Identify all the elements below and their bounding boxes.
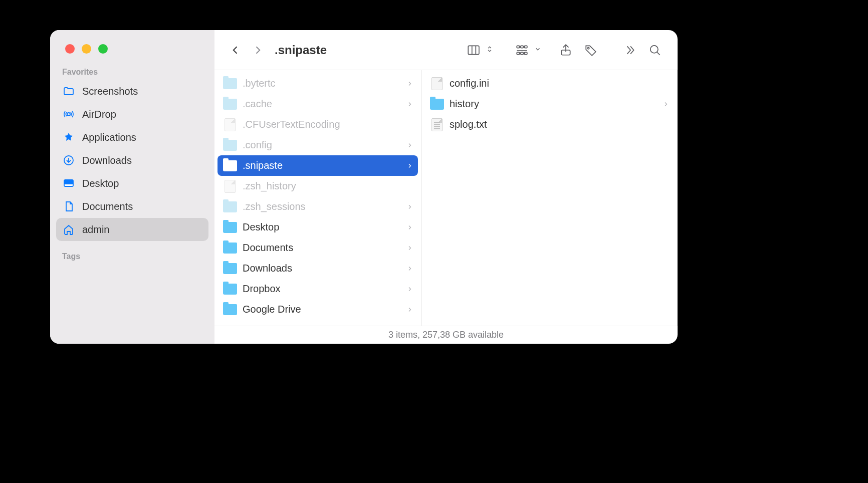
sidebar-item-airdrop[interactable]: AirDrop <box>56 103 208 126</box>
sidebar-item-admin[interactable]: admin <box>56 218 208 241</box>
file-row[interactable]: Dropbox <box>218 279 418 299</box>
fullscreen-window-button[interactable] <box>98 44 108 54</box>
sidebar-item-label: AirDrop <box>82 109 116 120</box>
download-circle-icon <box>62 154 75 167</box>
file-name: .zsh_sessions <box>243 201 407 212</box>
file-name: Downloads <box>243 263 407 274</box>
chevron-right-icon <box>663 98 669 110</box>
chevron-right-icon <box>407 304 413 315</box>
sidebar: Favorites ScreenshotsAirDropApplications… <box>50 30 214 344</box>
svg-point-16 <box>588 47 589 49</box>
tags-button[interactable] <box>580 40 601 60</box>
file-name: config.ini <box>450 78 669 89</box>
chevron-right-icon <box>407 242 413 254</box>
svg-rect-13 <box>521 52 523 54</box>
file-row[interactable]: history <box>424 94 674 114</box>
finder-window: Favorites ScreenshotsAirDropApplications… <box>50 30 678 344</box>
sidebar-item-label: Applications <box>82 132 136 143</box>
text-file-icon <box>429 118 445 131</box>
sidebar-item-label: Desktop <box>82 178 119 189</box>
file-row[interactable]: .cache <box>218 94 418 114</box>
folder-icon <box>223 221 238 234</box>
folder-icon <box>223 77 238 90</box>
file-name: Google Drive <box>243 304 407 315</box>
tags-label: Tags <box>50 247 214 264</box>
file-row[interactable]: Google Drive <box>218 299 418 320</box>
minimize-window-button[interactable] <box>82 44 91 54</box>
svg-rect-12 <box>517 52 519 54</box>
file-row[interactable]: .CFUserTextEncoding <box>218 114 418 135</box>
file-name: .snipaste <box>243 160 407 171</box>
folder-title: .snipaste <box>275 43 327 57</box>
folder-icon <box>223 200 238 213</box>
columns-view-icon <box>463 40 484 60</box>
folder-icon <box>223 242 238 255</box>
file-row[interactable]: config.ini <box>424 73 674 94</box>
file-name: .cache <box>243 98 407 110</box>
svg-rect-5 <box>468 46 479 54</box>
svg-line-18 <box>657 52 660 55</box>
file-name: .zsh_history <box>243 180 413 192</box>
chevron-right-icon <box>407 201 413 212</box>
folder-icon <box>223 303 238 316</box>
svg-point-17 <box>650 45 658 53</box>
chevron-right-icon <box>407 221 413 233</box>
svg-rect-10 <box>524 46 527 48</box>
folder-icon <box>223 98 238 111</box>
share-button[interactable] <box>555 40 576 60</box>
sidebar-item-applications[interactable]: Applications <box>56 126 208 149</box>
svg-point-0 <box>67 113 70 116</box>
search-button[interactable] <box>644 40 666 60</box>
column-1[interactable]: .bytertc.cache.CFUserTextEncoding.config… <box>214 70 421 326</box>
sidebar-item-desktop[interactable]: Desktop <box>56 172 208 195</box>
folder-icon <box>223 139 238 152</box>
back-button[interactable] <box>227 41 245 59</box>
chevron-right-icon <box>407 139 413 151</box>
file-name: splog.txt <box>450 119 669 130</box>
updown-icon <box>486 46 493 55</box>
column-2[interactable]: config.inihistorysplog.txt <box>421 70 678 326</box>
traffic-lights <box>50 30 214 63</box>
toolbar: .snipaste <box>214 30 678 70</box>
main-area: .snipaste <box>214 30 678 344</box>
file-row[interactable]: .config <box>218 135 418 155</box>
sidebar-item-downloads[interactable]: Downloads <box>56 149 208 172</box>
folder-icon <box>223 159 238 172</box>
home-icon <box>62 223 75 236</box>
group-by-button[interactable] <box>511 40 541 60</box>
folder-icon <box>223 262 238 275</box>
file-name: Desktop <box>243 221 407 233</box>
folder-icon <box>429 98 445 111</box>
file-row[interactable]: .zsh_history <box>218 176 418 196</box>
file-name: .config <box>243 139 407 151</box>
chevron-down-icon <box>534 46 541 55</box>
sidebar-item-screenshots[interactable]: Screenshots <box>56 80 208 103</box>
favorites-label: Favorites <box>50 63 214 80</box>
file-row[interactable]: splog.txt <box>424 114 674 135</box>
more-button[interactable] <box>619 40 640 60</box>
file-icon <box>429 77 445 90</box>
close-window-button[interactable] <box>65 44 75 54</box>
group-icon <box>511 40 532 60</box>
file-name: Documents <box>243 242 407 254</box>
file-name: .bytertc <box>243 78 407 89</box>
file-row[interactable]: Desktop <box>218 217 418 237</box>
file-row[interactable]: Documents <box>218 237 418 258</box>
file-row[interactable]: .bytertc <box>218 73 418 94</box>
airdrop-icon <box>62 108 75 121</box>
sidebar-item-label: Screenshots <box>82 86 138 97</box>
chevron-right-icon <box>407 98 413 110</box>
svg-rect-8 <box>517 46 519 48</box>
file-name: .CFUserTextEncoding <box>243 119 413 130</box>
chevron-right-icon <box>407 263 413 274</box>
file-row[interactable]: .zsh_sessions <box>218 196 418 217</box>
sidebar-item-documents[interactable]: Documents <box>56 195 208 218</box>
view-switcher[interactable] <box>463 40 493 60</box>
file-name: history <box>450 98 663 110</box>
file-row[interactable]: Downloads <box>218 258 418 279</box>
folder-icon <box>223 283 238 296</box>
forward-button[interactable] <box>249 41 267 59</box>
folder-outline-icon <box>62 85 75 98</box>
file-row[interactable]: .snipaste <box>218 155 418 176</box>
sidebar-item-label: Documents <box>82 201 133 212</box>
